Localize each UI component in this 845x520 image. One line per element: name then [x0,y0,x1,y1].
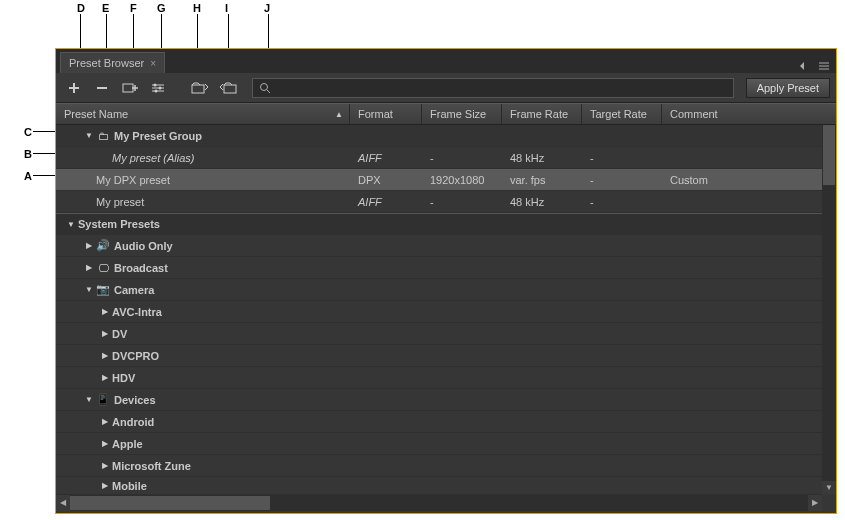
callout-line [33,153,55,154]
callout-I: I [225,2,228,14]
preset-my-dpx-preset[interactable]: My DPX preset DPX 1920x1080 var. fps - C… [56,169,836,191]
scrollbar-thumb[interactable] [823,125,835,185]
callout-D: D [77,2,85,14]
group-label: My Preset Group [114,130,202,142]
preset-settings-button[interactable] [146,78,170,98]
group-label: Mobile [112,480,147,492]
cell-format: AIFF [350,196,422,208]
group-camera[interactable]: ▼📷Camera [56,279,836,301]
svg-point-2 [159,86,162,89]
export-preset-button[interactable] [216,78,240,98]
column-format[interactable]: Format [350,104,422,124]
tab-bar: Preset Browser × [56,49,836,73]
svg-rect-5 [224,85,236,93]
preset-label: My preset [96,196,144,208]
group-audio-only[interactable]: ▶🔊Audio Only [56,235,836,257]
search-field[interactable] [252,78,734,98]
group-label: Apple [112,438,143,450]
group-dv[interactable]: ▶DV [56,323,836,345]
group-microsoft-zune[interactable]: ▶Microsoft Zune [56,455,836,477]
chevron-right-icon: ▶ [100,307,110,316]
group-label: Audio Only [114,240,173,252]
cell-framesize: 1920x1080 [422,174,502,186]
group-label: AVC-Intra [112,306,162,318]
device-icon: 📱 [96,393,110,406]
group-label: Devices [114,394,156,406]
search-input[interactable] [275,82,727,94]
new-preset-button[interactable] [62,78,86,98]
group-android[interactable]: ▶Android [56,411,836,433]
callout-line [33,175,55,176]
column-target-rate[interactable]: Target Rate [582,104,662,124]
vertical-scrollbar[interactable]: ▼ [822,125,836,495]
cell-framesize: - [422,152,502,164]
preset-my-preset-alias[interactable]: My preset (Alias) AIFF - 48 kHz - [56,147,836,169]
cell-format: DPX [350,174,422,186]
horizontal-scrollbar[interactable]: ◀ ▶ [56,495,822,511]
chevron-right-icon: ▶ [100,417,110,426]
chevron-right-icon: ▶ [100,481,110,490]
group-my-preset-group[interactable]: ▼🗀My Preset Group [56,125,836,147]
chevron-right-icon: ▶ [100,439,110,448]
callout-H: H [193,2,201,14]
scroll-right-arrow[interactable]: ▶ [808,495,822,511]
group-broadcast[interactable]: ▶🖵Broadcast [56,257,836,279]
group-dvcpro[interactable]: ▶DVCPRO [56,345,836,367]
group-mobile[interactable]: ▶Mobile [56,477,836,495]
group-label: Broadcast [114,262,168,274]
column-preset-name[interactable]: Preset Name [56,104,350,124]
group-label: DV [112,328,127,340]
chevron-down-icon: ▼ [84,131,94,140]
scrollbar-thumb[interactable] [70,496,270,510]
group-label: DVCPRO [112,350,159,362]
new-group-button[interactable] [118,78,142,98]
chevron-down-icon: ▼ [66,220,76,229]
group-devices[interactable]: ▼📱Devices [56,389,836,411]
group-label: Microsoft Zune [112,460,191,472]
delete-preset-button[interactable] [90,78,114,98]
column-frame-size[interactable]: Frame Size [422,104,502,124]
svg-point-1 [154,83,157,86]
apply-preset-button[interactable]: Apply Preset [746,78,830,98]
camera-icon: 📷 [96,283,110,296]
group-apple[interactable]: ▶Apple [56,433,836,455]
group-avc-intra[interactable]: ▶AVC-Intra [56,301,836,323]
cell-targetrate: - [582,152,662,164]
svg-rect-0 [123,84,133,92]
chevron-right-icon: ▶ [100,351,110,360]
column-comment[interactable]: Comment [662,104,836,124]
group-system-presets[interactable]: ▼System Presets [56,213,836,235]
callout-A: A [24,170,32,182]
scroll-down-arrow[interactable]: ▼ [822,481,836,495]
search-icon [259,82,271,94]
cell-framerate: var. fps [502,174,582,186]
group-hdv[interactable]: ▶HDV [56,367,836,389]
toolbar: Apply Preset [56,73,836,103]
import-preset-button[interactable] [188,78,212,98]
chevron-down-icon: ▼ [84,395,94,404]
svg-point-3 [155,89,158,92]
scroll-left-arrow[interactable]: ◀ [56,495,70,511]
column-frame-rate[interactable]: Frame Rate [502,104,582,124]
cell-framerate: 48 kHz [502,196,582,208]
preset-tree: ▼🗀My Preset Group My preset (Alias) AIFF… [56,125,836,511]
cell-targetrate: - [582,196,662,208]
panel-menu-button[interactable] [794,59,836,73]
cell-framerate: 48 kHz [502,152,582,164]
preset-browser-panel: Preset Browser × A [55,48,837,514]
callout-B: B [24,148,32,160]
group-label: Camera [114,284,154,296]
preset-my-preset[interactable]: My preset AIFF - 48 kHz - [56,191,836,213]
folder-icon: 🗀 [96,130,110,142]
chevron-right-icon: ▶ [100,461,110,470]
cell-framesize: - [422,196,502,208]
svg-rect-4 [192,85,204,93]
tab-label: Preset Browser [69,57,144,69]
preset-label: My DPX preset [96,174,170,186]
preset-label: My preset (Alias) [112,152,195,164]
callout-line [33,131,55,132]
chevron-right-icon: ▶ [84,263,94,272]
column-header-row: Preset Name Format Frame Size Frame Rate… [56,103,836,125]
close-icon[interactable]: × [150,58,156,69]
tab-preset-browser[interactable]: Preset Browser × [60,52,165,73]
